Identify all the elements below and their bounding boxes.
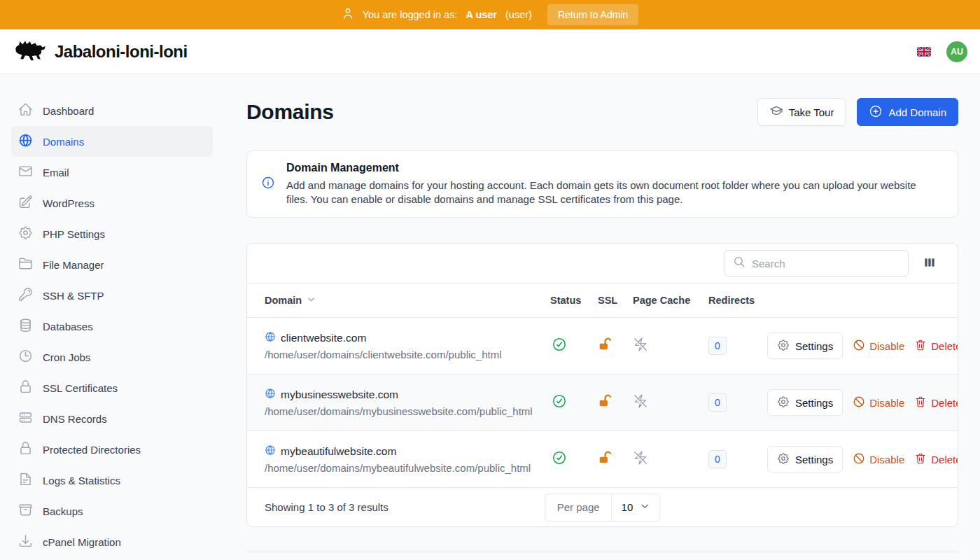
column-header-page-cache: Page Cache [633,295,708,306]
sidebar-item-label: WordPress [43,197,94,209]
settings-button[interactable]: Settings [767,446,843,472]
banner-user-name: A user [465,9,497,20]
no-symbol-icon [853,339,865,354]
chevron-down-icon [306,294,316,307]
sidebar-item-label: cPanel Migration [43,536,121,548]
table-row: mybeautifulwebsite.com /home/user/domain… [247,431,958,488]
domains-table-card: Domain Status SSL Page Cache Redirects c… [246,243,958,527]
delete-button[interactable]: Delete [914,396,958,410]
avatar[interactable]: AU [946,41,967,62]
page-title: Domains [246,100,334,124]
sidebar-item-email[interactable]: Email [11,157,213,188]
globe-icon [18,133,33,150]
archive-box-icon [18,503,33,519]
page-cache-disabled-icon [633,450,648,468]
results-summary: Showing 1 to 3 of 3 results [265,501,388,513]
key-icon [18,287,33,304]
sidebar-item-dns-records[interactable]: DNS Records [11,403,213,434]
footer-divider [246,552,958,552]
status-enabled-icon [552,393,567,412]
envelope-icon [18,164,33,181]
sidebar: Dashboard Domains Email WordPress PHP Se… [0,74,224,560]
add-domain-label: Add Domain [888,106,946,118]
column-header-ssl: SSL [598,295,633,306]
domain-name: clientwebsite.com [281,332,366,344]
impersonation-banner: You are logged in as: A user (user) Retu… [0,0,980,29]
gear-icon [18,225,33,242]
banner-text-prefix: You are logged in as: [363,9,458,20]
domain-name: mybusinesswebsite.com [281,388,398,401]
sidebar-item-label: SSL Certificates [43,382,118,394]
sidebar-item-label: File Manager [43,259,104,271]
brand: Jabaloni-loni-loni [13,38,188,66]
server-icon [18,410,33,427]
download-icon [18,533,33,550]
domain-management-info-box: Domain Management Add and manage domains… [246,150,958,218]
clock-icon [18,349,33,365]
domain-path: /home/user/domains/mybusinesswebsite.com… [265,405,550,417]
sidebar-item-label: Dashboard [43,105,94,117]
sidebar-item-ssl-certificates[interactable]: SSL Certificates [11,372,213,403]
sidebar-item-cron-jobs[interactable]: Cron Jobs [11,342,213,372]
table-footer: Showing 1 to 3 of 3 results Per page 10 [247,488,958,526]
folder-icon [18,256,33,273]
table-toolbar [247,244,958,283]
search-input[interactable] [752,258,899,270]
disable-button[interactable]: Disable [853,452,904,467]
ssl-unlocked-icon [598,393,613,412]
globe-icon [265,388,276,402]
redirects-count-badge: 0 [708,337,727,355]
sidebar-item-php-settings[interactable]: PHP Settings [11,218,213,249]
sidebar-item-label: SSH & SFTP [43,290,104,302]
delete-button[interactable]: Delete [914,452,958,467]
disable-button[interactable]: Disable [853,339,904,354]
sidebar-item-cpanel-migration[interactable]: cPanel Migration [11,526,213,557]
status-enabled-icon [552,337,567,355]
gear-icon [777,339,790,354]
sidebar-item-databases[interactable]: Databases [11,311,213,342]
sidebar-item-label: Databases [43,321,93,332]
column-settings-button[interactable] [921,254,938,273]
take-tour-button[interactable]: Take Tour [757,98,846,126]
take-tour-label: Take Tour [789,106,834,118]
sidebar-item-protected-directories[interactable]: Protected Directories [11,434,213,465]
sidebar-item-backups[interactable]: Backups [11,496,213,526]
sidebar-item-label: Cron Jobs [43,351,90,363]
uk-flag-icon[interactable] [917,47,931,57]
sidebar-item-domains[interactable]: Domains [11,126,213,157]
per-page-value: 10 [622,501,634,513]
column-header-domain[interactable]: Domain [265,294,550,307]
info-box-description: Add and manage domains for your hosting … [286,178,930,206]
delete-button[interactable]: Delete [914,339,958,354]
header-right: AU [917,41,967,62]
lock-icon [18,379,33,396]
plus-circle-icon [869,104,883,120]
home-icon [18,102,33,119]
table-header-row: Domain Status SSL Page Cache Redirects [247,283,958,318]
sidebar-item-label: DNS Records [43,413,107,425]
domain-path: /home/user/domains/mybeautifulwebsite.co… [265,462,550,474]
sidebar-item-wordpress[interactable]: WordPress [11,188,213,218]
no-symbol-icon [853,396,865,410]
brand-name: Jabaloni-loni-loni [55,42,188,62]
return-to-admin-button[interactable]: Return to Admin [547,4,638,25]
pencil-square-icon [18,195,33,211]
sidebar-item-dashboard[interactable]: Dashboard [11,95,213,126]
trash-icon [914,452,927,467]
sidebar-item-logs-statistics[interactable]: Logs & Statistics [11,465,213,496]
disable-button[interactable]: Disable [853,396,904,410]
user-icon [342,8,354,22]
column-header-status: Status [550,295,598,306]
per-page-label: Per page [545,494,612,521]
info-icon [261,176,275,192]
status-enabled-icon [552,450,567,468]
banner-user-role: (user) [505,9,532,20]
settings-button[interactable]: Settings [767,332,843,359]
lock-icon [18,441,33,458]
per-page-select[interactable]: Per page 10 [545,493,661,522]
sidebar-item-file-manager[interactable]: File Manager [11,249,213,280]
add-domain-button[interactable]: Add Domain [857,98,958,126]
settings-button[interactable]: Settings [767,389,843,416]
domain-name: mybeautifulwebsite.com [281,445,396,458]
sidebar-item-ssh-sftp[interactable]: SSH & SFTP [11,280,213,311]
